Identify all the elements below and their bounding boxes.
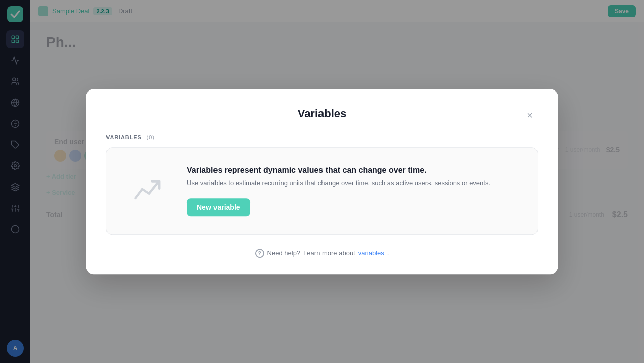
empty-state-title: Variables represent dynamic values that … bbox=[187, 166, 517, 175]
empty-state-description: Use variables to estimate recurring unit… bbox=[187, 178, 517, 188]
variables-label-text: VARIABLES bbox=[106, 134, 142, 140]
empty-state-card: Variables represent dynamic values that … bbox=[106, 147, 538, 235]
modal-header: Variables × bbox=[106, 107, 538, 120]
variables-modal: Variables × VARIABLES (0) Variables repr… bbox=[86, 89, 558, 274]
learn-text: Learn more about bbox=[303, 249, 355, 257]
modal-title: Variables bbox=[298, 107, 347, 120]
new-variable-button[interactable]: New variable bbox=[187, 198, 250, 216]
modal-close-button[interactable]: × bbox=[522, 107, 538, 123]
modal-footer: ? Need help? Learn more about variables … bbox=[106, 249, 538, 258]
empty-state-text: Variables represent dynamic values that … bbox=[187, 166, 517, 216]
help-text: Need help? bbox=[267, 249, 301, 257]
help-icon: ? bbox=[255, 249, 264, 258]
variables-count: (0) bbox=[147, 134, 155, 140]
variables-section-label: VARIABLES (0) bbox=[106, 134, 538, 140]
footer-period: . bbox=[387, 249, 389, 257]
trending-up-icon bbox=[129, 173, 165, 209]
variables-help-link[interactable]: variables bbox=[358, 249, 384, 257]
trending-icon-container bbox=[127, 171, 167, 211]
